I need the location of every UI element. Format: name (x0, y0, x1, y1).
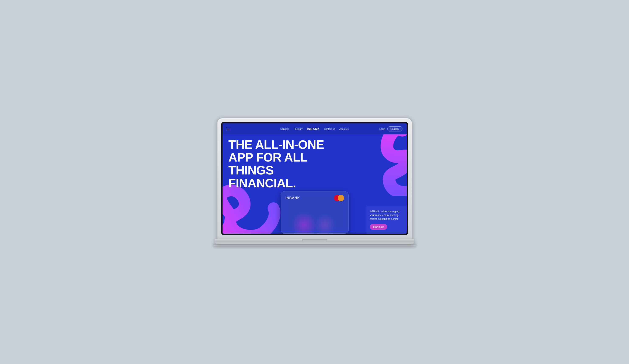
navbar: Services Pricing INBANK Contact us About… (223, 123, 407, 134)
mastercard-logo (334, 195, 344, 201)
register-button[interactable]: Register (387, 126, 402, 131)
hero-section: THE ALL-IN-ONE APP FOR ALL THINGS FINANC… (223, 134, 407, 234)
nav-center: Services Pricing INBANK Contact us About… (281, 127, 348, 130)
bank-card: INBANK (281, 191, 348, 234)
nav-contact[interactable]: Contact us (324, 128, 335, 130)
laptop-foot (213, 244, 416, 246)
card-brand: INBANK (286, 196, 300, 200)
hero-title-text: THE ALL-IN-ONE APP FOR ALL THINGS FINANC… (228, 138, 339, 190)
nav-services[interactable]: Services (281, 128, 289, 130)
info-sidebar: INBANK makes managing your money easy. G… (366, 206, 407, 234)
screen-bezel: Services Pricing INBANK Contact us About… (221, 122, 408, 235)
screen: Services Pricing INBANK Contact us About… (223, 123, 407, 234)
info-description: INBANK makes managing your money easy. G… (370, 210, 403, 221)
nav-left (227, 128, 230, 130)
card-glow-2 (314, 214, 336, 234)
nav-pricing[interactable]: Pricing (294, 128, 303, 130)
nav-about[interactable]: About us (339, 128, 348, 130)
laptop-base (215, 239, 414, 244)
hero-title: THE ALL-IN-ONE APP FOR ALL THINGS FINANC… (228, 138, 339, 190)
hamburger-icon[interactable] (227, 128, 230, 130)
mastercard-yellow-circle (338, 195, 344, 201)
chevron-down-icon (302, 128, 303, 129)
card-glow-1 (292, 212, 317, 234)
login-button[interactable]: Login (379, 128, 385, 130)
laptop-wrapper: Services Pricing INBANK Contact us About… (217, 118, 412, 246)
start-now-button[interactable]: Start now (370, 224, 387, 230)
laptop-body: Services Pricing INBANK Contact us About… (217, 118, 412, 239)
laptop-notch (302, 239, 327, 241)
card-container: INBANK (281, 191, 348, 234)
nav-right: Login Register (379, 126, 402, 131)
nav-logo: INBANK (307, 127, 320, 130)
